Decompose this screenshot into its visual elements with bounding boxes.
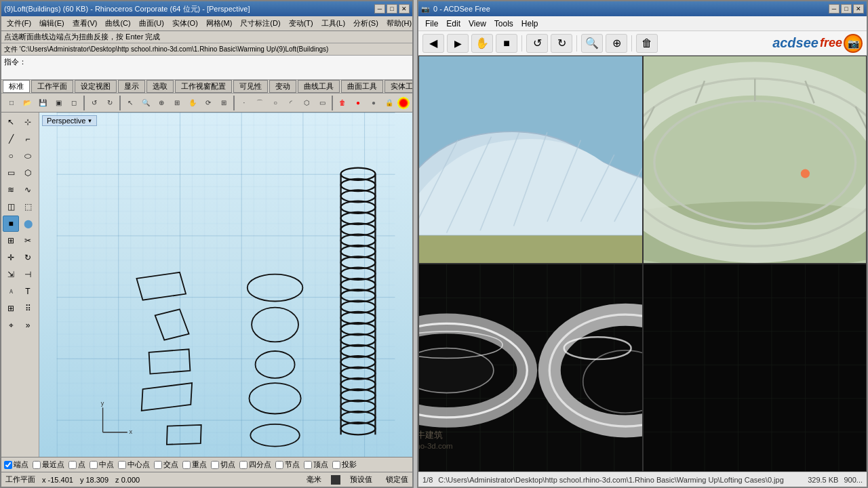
tool-surface-icon[interactable]: ◫ bbox=[3, 199, 19, 215]
tool-select-icon[interactable]: ↖ bbox=[3, 114, 19, 130]
tb-zoom-ext[interactable]: ⊕ bbox=[154, 96, 169, 110]
tb-save-small[interactable]: ▣ bbox=[51, 96, 66, 110]
viewport-dropdown-icon[interactable]: ▼ bbox=[87, 118, 92, 124]
acdsee-stop-button[interactable]: ■ bbox=[496, 34, 517, 53]
tab-surface-tools[interactable]: 曲面工具 bbox=[341, 80, 383, 93]
menu-view[interactable]: 查看(V) bbox=[68, 17, 102, 30]
tool-mesh-icon[interactable]: ⊞ bbox=[3, 232, 19, 249]
tool-array-icon[interactable]: ⠿ bbox=[20, 300, 36, 317]
tb-curve[interactable]: ⌒ bbox=[252, 96, 267, 110]
snap-knot-cb[interactable] bbox=[275, 461, 283, 469]
tb-open[interactable]: 📂 bbox=[20, 96, 35, 110]
acdsee-delete-button[interactable]: 🗑 bbox=[636, 34, 658, 53]
tb-polygon[interactable]: ⬡ bbox=[299, 96, 314, 110]
snap-center[interactable]: 中心点 bbox=[118, 460, 150, 470]
snap-mid[interactable]: 中点 bbox=[90, 460, 114, 470]
maximize-button[interactable]: □ bbox=[387, 4, 397, 14]
tb-del[interactable]: 🗑 bbox=[335, 96, 350, 110]
minimize-button[interactable]: ─ bbox=[374, 4, 385, 14]
tb-rotate[interactable]: ⟳ bbox=[201, 96, 216, 110]
acdsee-menu-file[interactable]: File bbox=[421, 18, 442, 30]
tb-grid[interactable]: ⊞ bbox=[216, 96, 231, 110]
menu-analyze[interactable]: 分析(S) bbox=[349, 17, 382, 30]
acdsee-undo-button[interactable]: ↺ bbox=[526, 34, 548, 53]
viewport-label[interactable]: Perspective ▼ bbox=[42, 115, 97, 126]
tool-move-icon[interactable]: ✛ bbox=[3, 249, 19, 266]
snap-quad-cb[interactable] bbox=[239, 461, 248, 469]
tb-pan[interactable]: ✋ bbox=[185, 96, 200, 110]
tool-solid2-icon[interactable]: ⬤ bbox=[20, 216, 36, 232]
tab-visibility[interactable]: 可见性 bbox=[233, 80, 268, 93]
acdsee-maximize-button[interactable]: □ bbox=[841, 4, 852, 14]
snap-tan-cb[interactable] bbox=[211, 461, 219, 469]
menu-edit[interactable]: 编辑(E) bbox=[35, 17, 68, 30]
snap-point[interactable]: 点 bbox=[68, 460, 85, 470]
menu-help[interactable]: 帮助(H) bbox=[382, 17, 416, 30]
snap-knot[interactable]: 节点 bbox=[275, 460, 300, 470]
tb-layer[interactable] bbox=[397, 97, 410, 109]
tab-setview[interactable]: 设定视图 bbox=[75, 80, 117, 93]
tab-solid-tools[interactable]: 实体工具 bbox=[384, 80, 412, 93]
tool-nurbs-icon[interactable]: ⬚ bbox=[20, 199, 36, 215]
tb-point[interactable]: · bbox=[237, 96, 252, 110]
acdsee-play-button[interactable]: ▶ bbox=[447, 34, 469, 53]
tb-save[interactable]: 💾 bbox=[35, 96, 50, 110]
snap-perp-cb[interactable] bbox=[182, 461, 191, 469]
menu-solid[interactable]: 实体(O) bbox=[168, 17, 202, 30]
acdsee-zoom-fit-button[interactable]: ⊕ bbox=[606, 34, 627, 53]
tab-display[interactable]: 显示 bbox=[118, 80, 145, 93]
menu-dim[interactable]: 尺寸标注(D) bbox=[236, 17, 284, 30]
tb-select[interactable]: ↖ bbox=[123, 96, 138, 110]
acdsee-menu-help[interactable]: Help bbox=[517, 18, 542, 30]
tool-text-icon[interactable]: T bbox=[20, 283, 36, 300]
tb-circle[interactable]: ○ bbox=[268, 96, 283, 110]
acdsee-minimize-button[interactable]: ─ bbox=[829, 4, 840, 14]
tool-polygon-icon[interactable]: ⬡ bbox=[20, 165, 36, 181]
snap-project-cb[interactable] bbox=[332, 461, 340, 469]
tb-print[interactable]: ◻ bbox=[66, 96, 81, 110]
menu-transform[interactable]: 变动(T) bbox=[285, 17, 317, 30]
tb-arc[interactable]: ◜ bbox=[283, 96, 298, 110]
menu-curve[interactable]: 曲线(C) bbox=[101, 17, 134, 30]
acdsee-close-button[interactable]: ✕ bbox=[853, 4, 864, 14]
tool-ellipse-icon[interactable]: ⬭ bbox=[20, 148, 36, 164]
tab-workplane[interactable]: 工作平面 bbox=[31, 80, 73, 93]
snap-nearest[interactable]: 最近点 bbox=[33, 460, 64, 470]
tb-color1[interactable]: ● bbox=[351, 96, 366, 110]
tool-trim-icon[interactable]: ✂ bbox=[20, 232, 36, 249]
viewport-perspective[interactable]: Perspective ▼ x bbox=[39, 113, 412, 457]
snap-quad[interactable]: 四分点 bbox=[239, 460, 271, 470]
tb-zoom-sel[interactable]: ⊞ bbox=[170, 96, 184, 110]
tool-polyline-icon[interactable]: ⌐ bbox=[20, 131, 36, 147]
tab-curve-tools[interactable]: 曲线工具 bbox=[298, 80, 340, 93]
tool-grid2-icon[interactable]: ⊞ bbox=[3, 300, 19, 317]
tool-solid-icon[interactable]: ■ bbox=[3, 216, 19, 232]
snap-vertex[interactable]: 顶点 bbox=[304, 460, 328, 470]
tool-select2-icon[interactable]: ⊹ bbox=[20, 114, 36, 130]
tb-redo[interactable]: ↻ bbox=[102, 96, 117, 110]
tool-scale-icon[interactable]: ⇲ bbox=[3, 266, 19, 283]
tool-rect-icon[interactable]: ▭ bbox=[3, 165, 19, 181]
snap-vertex-cb[interactable] bbox=[304, 461, 312, 469]
snap-project[interactable]: 投影 bbox=[332, 460, 357, 470]
snap-point-cb[interactable] bbox=[68, 461, 77, 469]
snap-tan[interactable]: 切点 bbox=[211, 460, 235, 470]
tool-more-icon[interactable]: » bbox=[20, 317, 36, 333]
acdsee-zoom-button[interactable]: 🔍 bbox=[581, 34, 603, 53]
snap-perp[interactable]: 重点 bbox=[182, 460, 207, 470]
tb-zoom-win[interactable]: 🔍 bbox=[138, 96, 153, 110]
menu-file[interactable]: 文件(F) bbox=[3, 17, 35, 30]
acdsee-menu-view[interactable]: View bbox=[465, 18, 490, 30]
snap-intersect[interactable]: 交点 bbox=[154, 460, 178, 470]
tb-undo[interactable]: ↺ bbox=[87, 96, 102, 110]
acdsee-menu-edit[interactable]: Edit bbox=[442, 18, 465, 30]
tab-standard[interactable]: 标准 bbox=[3, 80, 30, 93]
tool-line-icon[interactable]: ╱ bbox=[3, 131, 19, 147]
tool-rotate3d-icon[interactable]: ↻ bbox=[20, 249, 36, 266]
tb-new[interactable]: □ bbox=[4, 96, 19, 110]
acdsee-hand-button[interactable]: ✋ bbox=[471, 34, 493, 53]
tb-lock[interactable]: 🔒 bbox=[382, 96, 397, 110]
tool-snap-icon[interactable]: ⌖ bbox=[3, 317, 19, 333]
snap-intersect-cb[interactable] bbox=[154, 461, 162, 469]
acdsee-redo-button[interactable]: ↻ bbox=[551, 34, 572, 53]
